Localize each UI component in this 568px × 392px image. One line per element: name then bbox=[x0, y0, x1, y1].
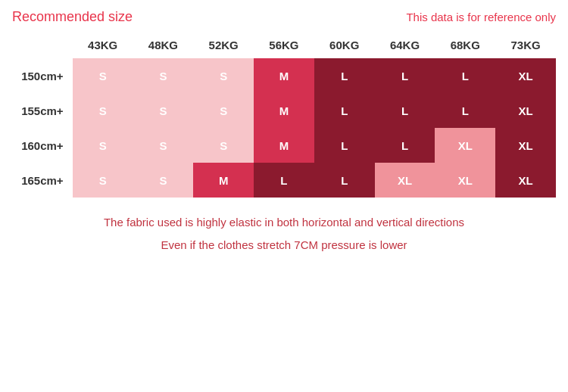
size-cell: L bbox=[314, 58, 375, 93]
size-cell: L bbox=[314, 128, 375, 163]
size-cell: XL bbox=[495, 93, 556, 128]
size-cell: XL bbox=[495, 58, 556, 93]
kg-header: 73KG bbox=[495, 31, 556, 58]
corner-cell bbox=[12, 31, 73, 58]
size-cell: XL bbox=[435, 128, 495, 163]
size-cell: L bbox=[375, 128, 435, 163]
size-cell: L bbox=[375, 58, 435, 93]
size-cell: L bbox=[314, 93, 375, 128]
size-cell: S bbox=[133, 58, 194, 93]
size-cell: S bbox=[133, 163, 194, 198]
size-cell: XL bbox=[495, 163, 556, 198]
kg-header: 48KG bbox=[133, 31, 194, 58]
kg-header: 60KG bbox=[314, 31, 375, 58]
reference-label: This data is for reference only bbox=[406, 11, 556, 23]
kg-header: 64KG bbox=[375, 31, 435, 58]
footer-line2: Even if the clothes stretch 7CM pressure… bbox=[12, 234, 556, 257]
size-cell: L bbox=[435, 93, 495, 128]
size-cell: XL bbox=[375, 163, 435, 198]
table-header-row: 43KG48KG52KG56KG60KG64KG68KG73KG bbox=[12, 31, 556, 58]
size-cell: S bbox=[133, 128, 194, 163]
recommended-label: Recommended size bbox=[12, 9, 133, 25]
size-cell: L bbox=[375, 93, 435, 128]
size-cell: XL bbox=[495, 128, 556, 163]
size-cell: L bbox=[314, 163, 375, 198]
size-cell: M bbox=[254, 93, 314, 128]
table-row: 165cm+SSMLLXLXLXL bbox=[12, 163, 556, 198]
kg-header: 56KG bbox=[254, 31, 314, 58]
size-cell: L bbox=[435, 58, 495, 93]
height-label: 155cm+ bbox=[12, 93, 73, 128]
page: Recommended size This data is for refere… bbox=[0, 0, 568, 392]
height-label: 165cm+ bbox=[12, 163, 73, 198]
size-cell: M bbox=[254, 58, 314, 93]
kg-header: 43KG bbox=[73, 31, 133, 58]
size-cell: L bbox=[254, 163, 314, 198]
height-label: 150cm+ bbox=[12, 58, 73, 93]
size-cell: S bbox=[73, 128, 133, 163]
size-cell: S bbox=[73, 93, 133, 128]
footer-line1: The fabric used is highly elastic in bot… bbox=[12, 211, 556, 234]
size-cell: S bbox=[193, 58, 254, 93]
size-table: 43KG48KG52KG56KG60KG64KG68KG73KG 150cm+S… bbox=[12, 31, 556, 198]
size-cell: S bbox=[193, 128, 254, 163]
size-cell: M bbox=[193, 163, 254, 198]
size-cell: M bbox=[254, 128, 314, 163]
size-cell: S bbox=[193, 93, 254, 128]
height-label: 160cm+ bbox=[12, 128, 73, 163]
header-row: Recommended size This data is for refere… bbox=[12, 9, 556, 25]
kg-header: 52KG bbox=[193, 31, 254, 58]
size-cell: XL bbox=[435, 163, 495, 198]
size-cell: S bbox=[73, 163, 133, 198]
table-row: 150cm+SSSMLLLXL bbox=[12, 58, 556, 93]
table-row: 155cm+SSSMLLLXL bbox=[12, 93, 556, 128]
footer-text: The fabric used is highly elastic in bot… bbox=[12, 211, 556, 257]
table-row: 160cm+SSSMLLXLXL bbox=[12, 128, 556, 163]
size-cell: S bbox=[133, 93, 194, 128]
size-cell: S bbox=[73, 58, 133, 93]
kg-header: 68KG bbox=[435, 31, 495, 58]
